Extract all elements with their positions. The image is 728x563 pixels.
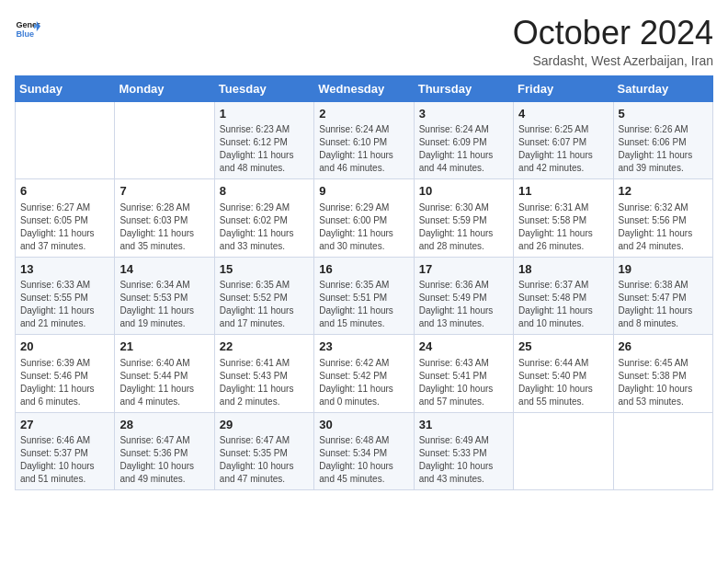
day-info: Sunrise: 6:44 AM Sunset: 5:40 PM Dayligh…: [518, 357, 608, 408]
col-thursday: Thursday: [414, 75, 513, 101]
day-number: 11: [518, 183, 608, 200]
day-info: Sunrise: 6:38 AM Sunset: 5:47 PM Dayligh…: [619, 279, 708, 330]
day-info: Sunrise: 6:24 AM Sunset: 6:09 PM Dayligh…: [419, 123, 508, 175]
day-info: Sunrise: 6:48 AM Sunset: 5:34 PM Dayligh…: [319, 434, 408, 486]
day-number: 15: [220, 261, 309, 278]
logo-icon: General Blue: [15, 15, 40, 40]
day-number: 23: [319, 339, 408, 355]
day-cell: 4Sunrise: 6:25 AM Sunset: 6:07 PM Daylig…: [514, 101, 613, 179]
day-cell: 23Sunrise: 6:42 AM Sunset: 5:42 PM Dayli…: [314, 335, 414, 413]
day-number: 14: [119, 261, 209, 278]
day-number: 8: [220, 183, 309, 200]
day-number: 1: [220, 106, 309, 122]
week-row-1: 1Sunrise: 6:23 AM Sunset: 6:12 PM Daylig…: [16, 101, 713, 179]
day-number: 27: [20, 417, 109, 433]
day-cell: 17Sunrise: 6:36 AM Sunset: 5:49 PM Dayli…: [414, 257, 513, 335]
day-cell: 22Sunrise: 6:41 AM Sunset: 5:43 PM Dayli…: [214, 335, 313, 413]
day-number: 31: [419, 417, 508, 433]
day-info: Sunrise: 6:24 AM Sunset: 6:10 PM Dayligh…: [319, 123, 408, 175]
logo: General Blue: [15, 15, 40, 40]
day-info: Sunrise: 6:35 AM Sunset: 5:52 PM Dayligh…: [220, 279, 309, 330]
day-info: Sunrise: 6:40 AM Sunset: 5:44 PM Dayligh…: [119, 357, 209, 408]
col-friday: Friday: [514, 75, 613, 101]
day-number: 20: [20, 339, 109, 355]
day-number: 6: [20, 183, 109, 200]
day-number: 26: [619, 339, 708, 355]
day-number: 7: [119, 183, 209, 200]
day-cell: 18Sunrise: 6:37 AM Sunset: 5:48 PM Dayli…: [514, 257, 613, 335]
day-cell: 27Sunrise: 6:46 AM Sunset: 5:37 PM Dayli…: [16, 412, 115, 490]
col-sunday: Sunday: [16, 75, 115, 101]
day-info: Sunrise: 6:35 AM Sunset: 5:51 PM Dayligh…: [319, 279, 408, 330]
day-info: Sunrise: 6:25 AM Sunset: 6:07 PM Dayligh…: [518, 123, 608, 175]
day-number: 19: [619, 261, 708, 278]
day-info: Sunrise: 6:43 AM Sunset: 5:41 PM Dayligh…: [419, 357, 508, 408]
day-cell: 15Sunrise: 6:35 AM Sunset: 5:52 PM Dayli…: [214, 257, 313, 335]
day-info: Sunrise: 6:36 AM Sunset: 5:49 PM Dayligh…: [419, 279, 508, 330]
col-saturday: Saturday: [613, 75, 712, 101]
location-subtitle: Sardasht, West Azerbaijan, Iran: [513, 53, 713, 68]
day-cell: 26Sunrise: 6:45 AM Sunset: 5:38 PM Dayli…: [613, 335, 712, 413]
day-info: Sunrise: 6:26 AM Sunset: 6:06 PM Dayligh…: [619, 123, 708, 175]
day-info: Sunrise: 6:33 AM Sunset: 5:55 PM Dayligh…: [20, 279, 109, 330]
day-number: 2: [319, 106, 408, 122]
day-cell: 10Sunrise: 6:30 AM Sunset: 5:59 PM Dayli…: [414, 179, 513, 258]
day-cell: 20Sunrise: 6:39 AM Sunset: 5:46 PM Dayli…: [16, 335, 115, 413]
day-cell: 21Sunrise: 6:40 AM Sunset: 5:44 PM Dayli…: [115, 335, 214, 413]
day-number: 12: [619, 183, 708, 200]
day-cell: 6Sunrise: 6:27 AM Sunset: 6:05 PM Daylig…: [16, 179, 115, 258]
day-cell: 7Sunrise: 6:28 AM Sunset: 6:03 PM Daylig…: [115, 179, 214, 258]
week-row-3: 13Sunrise: 6:33 AM Sunset: 5:55 PM Dayli…: [16, 257, 713, 335]
day-info: Sunrise: 6:34 AM Sunset: 5:53 PM Dayligh…: [119, 279, 209, 330]
week-row-4: 20Sunrise: 6:39 AM Sunset: 5:46 PM Dayli…: [16, 335, 713, 413]
day-number: 16: [319, 261, 408, 278]
day-info: Sunrise: 6:49 AM Sunset: 5:33 PM Dayligh…: [419, 434, 508, 486]
day-number: 17: [419, 261, 508, 278]
day-info: Sunrise: 6:29 AM Sunset: 6:02 PM Dayligh…: [220, 201, 309, 253]
day-cell: 14Sunrise: 6:34 AM Sunset: 5:53 PM Dayli…: [115, 257, 214, 335]
day-info: Sunrise: 6:27 AM Sunset: 6:05 PM Dayligh…: [20, 201, 109, 253]
day-number: 24: [419, 339, 508, 355]
col-wednesday: Wednesday: [314, 75, 414, 101]
day-cell: 1Sunrise: 6:23 AM Sunset: 6:12 PM Daylig…: [214, 101, 313, 179]
day-cell: [613, 412, 712, 490]
day-cell: 25Sunrise: 6:44 AM Sunset: 5:40 PM Dayli…: [514, 335, 613, 413]
day-cell: 11Sunrise: 6:31 AM Sunset: 5:58 PM Dayli…: [514, 179, 613, 258]
day-info: Sunrise: 6:32 AM Sunset: 5:56 PM Dayligh…: [619, 201, 708, 253]
day-cell: 5Sunrise: 6:26 AM Sunset: 6:06 PM Daylig…: [613, 101, 712, 179]
day-cell: 28Sunrise: 6:47 AM Sunset: 5:36 PM Dayli…: [115, 412, 214, 490]
day-number: 10: [419, 183, 508, 200]
calendar-page: General Blue October 2024 Sardasht, West…: [0, 0, 728, 563]
calendar-table: Sunday Monday Tuesday Wednesday Thursday…: [15, 75, 713, 491]
day-info: Sunrise: 6:39 AM Sunset: 5:46 PM Dayligh…: [20, 357, 109, 408]
week-row-5: 27Sunrise: 6:46 AM Sunset: 5:37 PM Dayli…: [16, 412, 713, 490]
day-number: 13: [20, 261, 109, 278]
col-tuesday: Tuesday: [214, 75, 313, 101]
day-info: Sunrise: 6:41 AM Sunset: 5:43 PM Dayligh…: [220, 357, 309, 408]
svg-text:Blue: Blue: [16, 29, 34, 39]
day-cell: [514, 412, 613, 490]
day-number: 30: [319, 417, 408, 433]
day-number: 18: [518, 261, 608, 278]
day-number: 28: [119, 417, 209, 433]
day-cell: 3Sunrise: 6:24 AM Sunset: 6:09 PM Daylig…: [414, 101, 513, 179]
day-cell: [115, 101, 214, 179]
day-cell: 30Sunrise: 6:48 AM Sunset: 5:34 PM Dayli…: [314, 412, 414, 490]
header-row: Sunday Monday Tuesday Wednesday Thursday…: [16, 75, 713, 101]
day-info: Sunrise: 6:46 AM Sunset: 5:37 PM Dayligh…: [20, 434, 109, 486]
day-number: 29: [220, 417, 309, 433]
day-info: Sunrise: 6:31 AM Sunset: 5:58 PM Dayligh…: [518, 201, 608, 253]
day-info: Sunrise: 6:45 AM Sunset: 5:38 PM Dayligh…: [619, 357, 708, 408]
day-cell: [16, 101, 115, 179]
day-number: 22: [220, 339, 309, 355]
day-cell: 2Sunrise: 6:24 AM Sunset: 6:10 PM Daylig…: [314, 101, 414, 179]
day-cell: 24Sunrise: 6:43 AM Sunset: 5:41 PM Dayli…: [414, 335, 513, 413]
day-info: Sunrise: 6:47 AM Sunset: 5:36 PM Dayligh…: [119, 434, 209, 486]
col-monday: Monday: [115, 75, 214, 101]
day-number: 4: [518, 106, 608, 122]
day-cell: 16Sunrise: 6:35 AM Sunset: 5:51 PM Dayli…: [314, 257, 414, 335]
day-number: 21: [119, 339, 209, 355]
day-number: 9: [319, 183, 408, 200]
day-cell: 8Sunrise: 6:29 AM Sunset: 6:02 PM Daylig…: [214, 179, 313, 258]
day-info: Sunrise: 6:28 AM Sunset: 6:03 PM Dayligh…: [119, 201, 209, 253]
